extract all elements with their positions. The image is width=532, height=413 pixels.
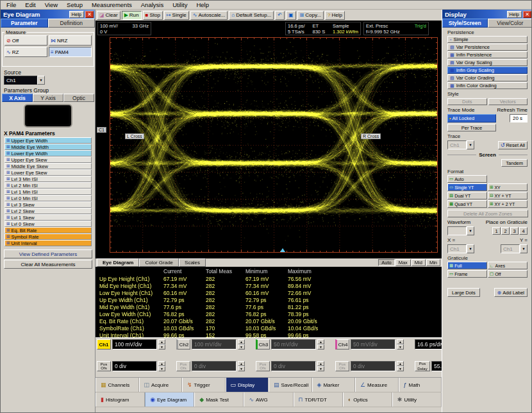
- tab-y-axis[interactable]: Y Axis: [33, 94, 63, 102]
- bottom-tab-acquire[interactable]: ◫Acquire: [139, 378, 183, 392]
- waveform-select[interactable]: ▼: [447, 226, 474, 235]
- channel-scale-ch4[interactable]: 50 mV/div: [351, 339, 395, 350]
- graticule-frame-button[interactable]: ▭Frame: [447, 270, 487, 278]
- view-min-button[interactable]: Min: [426, 259, 440, 266]
- all-locked-button[interactable]: ▪ All Locked: [447, 114, 496, 122]
- parameter-lvl-0-skew[interactable]: ⊞Lvl 0 Skew: [4, 221, 92, 227]
- tab-x-axis[interactable]: X Axis: [2, 94, 33, 102]
- help-button[interactable]: ?Help: [325, 11, 345, 20]
- style-dots-button[interactable]: Dots: [447, 98, 487, 105]
- tab-parameter[interactable]: Parameter: [1, 19, 48, 28]
- graticule-off-button[interactable]: ▢Off: [488, 270, 528, 278]
- parameter-middle-eye-width[interactable]: ⊞Middle Eye Width: [4, 144, 92, 150]
- y-source-select[interactable]: Ch1 ▼: [501, 244, 528, 253]
- format-single-yt-button[interactable]: ▭Single YT: [447, 183, 487, 191]
- stop-button[interactable]: ■Stop: [143, 11, 163, 20]
- bottom-tab-marker[interactable]: ◈Marker: [312, 378, 356, 392]
- bottom-tab-save-recall[interactable]: ▤Save/Recall: [269, 378, 312, 392]
- menu-setup[interactable]: Setup: [62, 1, 87, 8]
- redo-button[interactable]: ▣: [286, 11, 296, 20]
- view-defined-parameters-button[interactable]: View Defined Parameters: [4, 249, 92, 258]
- place-slot-2-button[interactable]: 2: [501, 227, 510, 235]
- tandem-button[interactable]: Tandem: [501, 159, 528, 167]
- right-crossing-label[interactable]: R Cross: [361, 133, 381, 139]
- parameter-upper-eye-width[interactable]: ⊞Upper Eye Width: [4, 137, 92, 144]
- style-vectors-button[interactable]: Vectors: [488, 98, 528, 105]
- reset-all-button[interactable]: ↺ Reset All: [498, 141, 528, 149]
- bottom-tab-display[interactable]: ▭Display: [226, 378, 269, 392]
- acquisition-info-overlay[interactable]: 16.6 ps/ 5 TSa/s ET 830 S Sample 1.302 k…: [285, 22, 361, 35]
- spin-down-icon[interactable]: ▼: [158, 344, 165, 350]
- channel-1-marker[interactable]: C1: [97, 127, 106, 133]
- channel-offset-ch4[interactable]: 0 div: [351, 361, 395, 371]
- source-select[interactable]: Ch1 ▼: [4, 76, 45, 85]
- persistence-infin-persistence[interactable]: ▩Infin Persistence: [447, 51, 528, 58]
- view-auto-button[interactable]: Auto: [378, 259, 394, 266]
- channel-offset-spinner[interactable]: ▲▼: [158, 361, 165, 371]
- spin-down-icon[interactable]: ▼: [397, 344, 404, 350]
- spin-down-icon[interactable]: ▼: [317, 366, 324, 371]
- channel-button-ch4[interactable]: Ch4: [335, 339, 349, 350]
- persistence-var-color-grading[interactable]: ▧Var Color Grading: [447, 74, 528, 81]
- panel-help-button[interactable]: Help: [507, 11, 522, 18]
- menu-file[interactable]: File: [2, 1, 21, 8]
- channel-scale-spinner[interactable]: ▲▼: [397, 339, 404, 350]
- parameter-lower-eye-width[interactable]: ⊞Lower Eye Width: [4, 150, 92, 156]
- bottom-tab-eye-diagram[interactable]: ◉Eye Diagram: [145, 392, 194, 407]
- tab-optic[interactable]: Optic: [63, 94, 94, 102]
- format-auto-button[interactable]: ▭Auto: [447, 175, 487, 183]
- chevron-down-icon[interactable]: ▼: [37, 76, 45, 85]
- channel-scale-spinner[interactable]: ▲▼: [158, 339, 165, 350]
- spin-up-icon[interactable]: ▲: [397, 361, 404, 366]
- tab-style-screen[interactable]: Style/Screen: [442, 19, 488, 28]
- single-button[interactable]: ↦Single: [164, 11, 189, 20]
- channel-info-overlay[interactable]: 100 mV/ 33 GHz 0 V: [97, 22, 151, 35]
- measure-off-button[interactable]: ⊘Off: [4, 35, 47, 46]
- menu-view[interactable]: View: [40, 1, 62, 8]
- view-max-button[interactable]: Max: [395, 259, 411, 266]
- results-tab-scales[interactable]: Scales: [179, 258, 206, 267]
- menu-edit[interactable]: Edit: [21, 1, 40, 8]
- tab-definition[interactable]: Definition: [48, 19, 96, 28]
- channel-scale-ch3[interactable]: 50 mV/div: [271, 339, 316, 350]
- menu-utility[interactable]: Utility: [168, 1, 192, 8]
- channel-scale-spinner[interactable]: ▲▼: [317, 339, 324, 350]
- menu-help[interactable]: Help: [192, 1, 213, 8]
- channel-button-ch2[interactable]: Ch2: [176, 339, 190, 350]
- clear-button[interactable]: ◪Clear: [97, 11, 121, 20]
- bottom-tab-trigger[interactable]: ↯Trigger: [182, 378, 226, 392]
- menu-measurements[interactable]: Measurements: [87, 1, 137, 8]
- parameter-lvl-1-min-isi[interactable]: ⊞Lvl 1 Min ISI: [4, 189, 92, 195]
- place-slot-4-button[interactable]: 4: [519, 227, 528, 235]
- bottom-tab-measure[interactable]: ∠Measure: [355, 378, 399, 392]
- spin-up-icon[interactable]: ▲: [158, 361, 165, 366]
- parameter-lvl-2-skew[interactable]: ⊞Lvl 2 Skew: [4, 208, 92, 214]
- panel-help-button[interactable]: Help: [69, 11, 84, 18]
- view-mid-button[interactable]: Mid: [411, 259, 426, 266]
- spin-down-icon[interactable]: ▼: [397, 366, 404, 371]
- channel-offset-spinner[interactable]: ▲▼: [238, 361, 245, 371]
- graticule-full-button[interactable]: ▦Full: [447, 262, 487, 269]
- channel-offset-spinner[interactable]: ▲▼: [397, 361, 404, 371]
- place-slot-3-button[interactable]: 3: [510, 227, 519, 235]
- parameter-lvl-2-min-isi[interactable]: ⊞Lvl 2 Min ISI: [4, 182, 92, 189]
- format-dual-yt-button[interactable]: ▤Dual YT: [447, 192, 487, 199]
- bottom-tab-channels[interactable]: ▦Channels: [96, 378, 139, 392]
- channel-offset-spinner[interactable]: ▲▼: [317, 361, 324, 371]
- per-trace-button[interactable]: Per Trace: [447, 124, 496, 131]
- panel-close-button[interactable]: ✕: [523, 11, 531, 18]
- channel-scale-ch2[interactable]: 100 mV/div: [192, 339, 237, 350]
- menu-analysis[interactable]: Analysis: [137, 1, 168, 8]
- clear-all-measurements-button[interactable]: Clear All Measurements: [4, 260, 92, 269]
- position-delay-button[interactable]: Pos Delay: [415, 361, 430, 371]
- x-source-select[interactable]: Ch1 ▼: [447, 244, 474, 253]
- channel-scale-spinner[interactable]: ▲▼: [238, 339, 245, 350]
- spin-down-icon[interactable]: ▼: [238, 366, 245, 371]
- add-label-button[interactable]: ⊕ Add Label: [494, 288, 528, 297]
- format-xy-2-yt-button[interactable]: ⊞XY + 2 YT: [488, 200, 528, 208]
- spin-up-icon[interactable]: ▲: [317, 339, 324, 344]
- channel-offset-ch3[interactable]: 0 div: [271, 361, 316, 371]
- trigger-info-overlay[interactable]: Ext. Presc Trig'd f=9.999 52 GHz: [363, 22, 429, 35]
- spin-down-icon[interactable]: ▼: [158, 366, 165, 371]
- pos-ofs-button-ch4[interactable]: PosOfs: [335, 361, 349, 371]
